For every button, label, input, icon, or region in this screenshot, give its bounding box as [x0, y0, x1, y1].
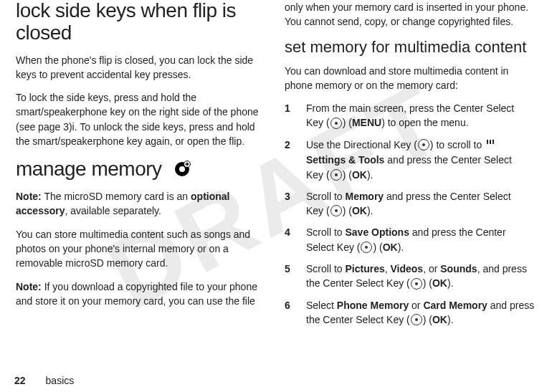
ok-label: OK [352, 169, 367, 181]
heading-lock-keys: lock side keys when flip is closed [16, 0, 267, 44]
step5-c: ) ( [423, 277, 432, 289]
center-key-icon [411, 278, 422, 290]
heading-manage-memory: manage memory [16, 157, 267, 181]
menu-label: MENU [352, 117, 381, 128]
para-set-memory-intro: You can download and store multimedia co… [285, 64, 536, 93]
pictures-label: Pictures [345, 263, 384, 274]
step4-c: ) ( [373, 242, 382, 253]
step-3: Scroll to Memory and press the Center Se… [285, 189, 536, 219]
page-footer: 22basics [14, 375, 74, 386]
center-key-icon [411, 314, 422, 325]
center-key-icon [361, 242, 372, 253]
step2-d: ) ( [343, 169, 352, 181]
step1-c: ) to open the menu. [381, 117, 468, 128]
steps-list: From the main screen, press the Center S… [285, 101, 536, 327]
left-column: lock side keys when flip is closed When … [7, 0, 276, 365]
note1-b: , available separately. [65, 205, 161, 216]
step2-a: Use the Directional Key ( [306, 139, 417, 150]
step3-a: Scroll to [306, 191, 345, 202]
center-key-icon [330, 118, 342, 129]
step4-a: Scroll to [306, 226, 345, 238]
step4-d: ). [398, 242, 404, 253]
step2-b: ) to scroll to [430, 139, 485, 150]
step6-d: ). [447, 314, 454, 325]
sounds-label: Sounds [440, 263, 477, 274]
memory-label: Memory [345, 191, 384, 202]
step6-a: Select [306, 300, 337, 311]
step-5: Scroll to Pictures, Videos, or Sounds, a… [285, 262, 536, 291]
ok-label: OK [383, 242, 398, 253]
step2-e: ). [367, 169, 373, 181]
card-memory-label: Card Memory [423, 300, 487, 311]
center-key-icon [330, 205, 342, 216]
videos-label: Videos [391, 263, 424, 274]
step6-c: ) ( [423, 314, 432, 325]
heading-manage-memory-text: manage memory [16, 158, 162, 180]
save-options-label: Save Options [345, 226, 409, 238]
subheading-set-memory: set memory for multimedia content [285, 38, 536, 57]
page-number: 22 [14, 375, 26, 386]
note-label: Note: [16, 191, 42, 202]
para-copyright-cont: only when your memory card is inserted i… [285, 0, 536, 29]
step3-c: ) ( [343, 205, 352, 216]
step5-d: ). [447, 277, 454, 289]
note-label-2: Note: [16, 281, 42, 292]
note1-a: The microSD memory card is an [42, 191, 191, 202]
para-lock-how: To lock the side keys, press and hold th… [16, 90, 267, 148]
step5-s1: , [385, 263, 391, 274]
section-name: basics [46, 375, 75, 386]
memory-icon [173, 161, 191, 183]
note-optional-accessory: Note: The microSD memory card is an opti… [16, 189, 267, 219]
right-column: only when your memory card is inserted i… [276, 0, 545, 365]
note-copyright: Note: If you download a copyrighted file… [16, 279, 267, 309]
settings-tools-label: Settings & Tools [306, 154, 384, 166]
ok-label: OK [352, 205, 367, 216]
step-1: From the main screen, press the Center S… [285, 101, 536, 130]
step3-d: ). [367, 205, 373, 216]
phone-memory-label: Phone Memory [337, 300, 409, 311]
step-4: Scroll to Save Options and press the Cen… [285, 225, 536, 254]
step-2: Use the Directional Key () to scroll to … [285, 138, 536, 182]
para-store-content: You can store multimedia content such as… [16, 227, 267, 271]
note2-text: If you download a copyrighted file to yo… [16, 281, 257, 307]
page-content: lock side keys when flip is closed When … [0, 0, 552, 365]
ok-label: OK [432, 277, 447, 289]
para-lock-intro: When the phone's flip is closed, you can… [16, 53, 267, 82]
step-6: Select Phone Memory or Card Memory and p… [285, 298, 536, 328]
step6-or: or [409, 300, 423, 311]
ok-label: OK [432, 314, 447, 325]
step5-s2: , or [423, 263, 440, 274]
step5-a: Scroll to [306, 263, 345, 274]
directional-key-icon [418, 139, 429, 150]
center-key-icon [330, 169, 342, 181]
settings-tools-icon [485, 138, 495, 152]
step1-b: ) ( [343, 117, 352, 128]
